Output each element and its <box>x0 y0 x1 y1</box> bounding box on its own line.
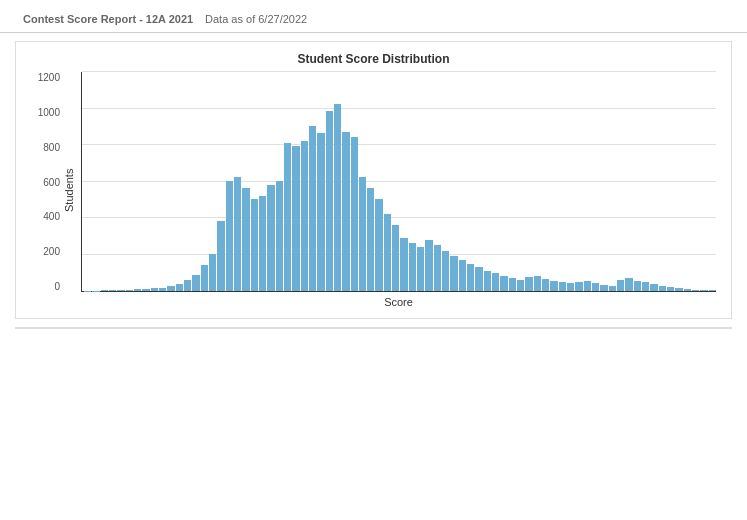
bar <box>375 199 382 291</box>
bar <box>400 238 407 291</box>
bar <box>650 284 657 291</box>
bar <box>459 260 466 291</box>
stats-table-section <box>15 327 732 329</box>
bar <box>434 245 441 291</box>
y-axis-tick: 200 <box>31 246 60 257</box>
bar <box>201 265 208 291</box>
y-axis-labels: 020040060080010001200 <box>31 72 63 292</box>
bar <box>525 277 532 291</box>
y-axis-tick: 0 <box>31 281 60 292</box>
y-axis-tick: 1200 <box>31 72 60 83</box>
bar <box>342 132 349 292</box>
bar <box>475 267 482 291</box>
bar <box>109 290 116 291</box>
chart-section: Student Score Distribution 0200400600800… <box>15 41 732 319</box>
bar <box>667 287 674 291</box>
bar <box>625 278 632 291</box>
bar <box>517 280 524 291</box>
bar <box>301 141 308 291</box>
bar <box>659 286 666 292</box>
bar <box>259 196 266 291</box>
bar <box>534 276 541 291</box>
y-axis-tick: 400 <box>31 211 60 222</box>
bar <box>184 280 191 291</box>
page-title: Contest Score Report - 12A 2021 Data as … <box>15 10 732 26</box>
bar <box>642 282 649 291</box>
bar <box>484 271 491 291</box>
bar <box>492 273 499 291</box>
bar <box>450 256 457 291</box>
y-axis-tick: 1000 <box>31 107 60 118</box>
bar <box>509 278 516 291</box>
bar <box>351 137 358 291</box>
bar <box>700 290 707 291</box>
y-axis-label: Students <box>63 72 81 308</box>
bar <box>176 284 183 291</box>
y-axis-tick: 800 <box>31 142 60 153</box>
bar <box>334 104 341 291</box>
bar <box>567 283 574 291</box>
bar <box>326 111 333 291</box>
bar <box>317 133 324 291</box>
bar <box>251 199 258 291</box>
bar <box>142 289 149 291</box>
bar <box>217 221 224 291</box>
bar <box>134 289 141 291</box>
bar <box>584 281 591 291</box>
bar <box>500 276 507 291</box>
bar <box>101 290 108 291</box>
bar <box>709 290 716 291</box>
bar <box>542 279 549 291</box>
bar <box>284 143 291 292</box>
bar <box>367 188 374 291</box>
bar <box>392 225 399 291</box>
bar <box>692 290 699 291</box>
bar <box>209 254 216 291</box>
y-axis-tick: 600 <box>31 177 60 188</box>
bars-wrapper <box>84 71 716 291</box>
bar <box>634 281 641 291</box>
bar <box>359 177 366 291</box>
bar <box>267 185 274 291</box>
bar <box>559 282 566 291</box>
bar <box>617 280 624 291</box>
bar <box>442 251 449 291</box>
bar <box>159 288 166 291</box>
page-header: Contest Score Report - 12A 2021 Data as … <box>0 0 747 33</box>
bar <box>600 285 607 291</box>
bar <box>292 146 299 291</box>
bar <box>117 290 124 291</box>
bar <box>409 243 416 291</box>
bar <box>309 126 316 291</box>
chart-inner: Score <box>81 72 716 308</box>
bar <box>675 288 682 291</box>
bar <box>592 283 599 291</box>
bar <box>384 214 391 291</box>
bar <box>425 240 432 291</box>
bar <box>575 282 582 291</box>
bar <box>417 247 424 291</box>
bar <box>242 188 249 291</box>
bar <box>167 286 174 291</box>
chart-container: 020040060080010001200 Students Score <box>31 72 716 308</box>
chart-area <box>81 72 716 292</box>
bar <box>467 264 474 292</box>
bar <box>192 275 199 292</box>
bar <box>684 289 691 291</box>
chart-title: Student Score Distribution <box>31 52 716 66</box>
bar <box>226 181 233 291</box>
bar <box>276 181 283 291</box>
bar <box>126 290 133 291</box>
x-axis-label: Score <box>81 296 716 308</box>
bar <box>151 288 158 291</box>
bar <box>550 281 557 291</box>
bar <box>609 286 616 292</box>
bar <box>234 177 241 291</box>
